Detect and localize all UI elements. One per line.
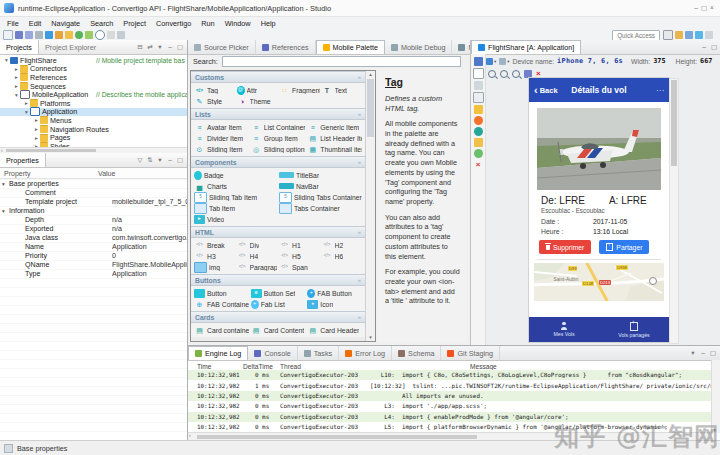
palette-section-header[interactable]: HTML «	[191, 226, 365, 238]
tree-item[interactable]: ▸ Pages	[0, 133, 187, 142]
property-row[interactable]: Name Application	[0, 242, 187, 251]
palette-item[interactable]: Divider Item	[194, 133, 249, 143]
device-name-value[interactable]: iPhone 7, 6, 6s	[557, 57, 623, 65]
sort-icon[interactable]	[146, 157, 154, 164]
property-row[interactable]: Depth n/a	[0, 215, 187, 224]
editor-area-icon[interactable]	[663, 30, 673, 40]
property-value[interactable]: com.twinsoft.convertigo.beans...	[112, 234, 187, 242]
save-all-icon[interactable]	[25, 31, 33, 39]
phone-tab[interactable]: Vols partagés	[599, 317, 669, 342]
palette-item[interactable]: Sliding options	[251, 144, 306, 154]
stop-icon[interactable]	[107, 31, 115, 39]
copy-icon[interactable]	[474, 81, 483, 90]
tree-item[interactable]: ▸ References	[0, 73, 187, 82]
menu-item[interactable]: Edit	[24, 19, 47, 28]
package-icon[interactable]	[474, 127, 483, 136]
maximize-icon[interactable]	[710, 44, 718, 51]
log-tab[interactable]: Tasks	[298, 346, 339, 360]
palette-item[interactable]: List Container	[251, 122, 306, 132]
minimize-icon[interactable]	[692, 5, 700, 12]
palette-item[interactable]: H2	[322, 240, 363, 250]
menu-item[interactable]: Navigate	[46, 19, 85, 28]
height-value[interactable]: 667	[700, 57, 712, 65]
maximize-icon[interactable]	[176, 44, 184, 51]
minimize-icon[interactable]	[166, 157, 174, 164]
column-header[interactable]: Time	[188, 363, 243, 370]
log-row[interactable]: 10:12:32,981 0 ms ConvertigoExecutor-203…	[188, 370, 712, 380]
palette-section-header[interactable]: Buttons «	[191, 274, 365, 286]
print-icon[interactable]	[35, 31, 43, 39]
more-icon[interactable]: ⋯	[656, 86, 664, 95]
scroll-down-icon[interactable]: ▾	[714, 427, 717, 433]
view-tab[interactable]: Project Explorer	[39, 40, 102, 54]
debug-icon[interactable]	[85, 31, 93, 39]
undo-icon[interactable]	[474, 149, 483, 158]
palette-item[interactable]: H3	[194, 251, 235, 261]
menu-item[interactable]: File	[2, 19, 24, 28]
device-menu-icon[interactable]: ▾	[486, 58, 496, 65]
menu-item[interactable]: Window	[220, 19, 256, 28]
zoom-out-icon[interactable]	[488, 70, 496, 78]
palette-item[interactable]: Group Item	[251, 133, 306, 143]
view-menu-icon[interactable]	[156, 44, 164, 51]
palette-item[interactable]: Tag	[194, 85, 235, 95]
editor-tab[interactable]: Mobile Debug	[385, 40, 452, 54]
scroll-up-icon[interactable]: ▴	[366, 71, 375, 78]
scroll-left-icon[interactable]: ‹	[188, 432, 191, 438]
palette-item[interactable]: Theme	[237, 96, 278, 106]
palette-item[interactable]: Tab Item	[194, 203, 277, 213]
save-icon[interactable]	[524, 70, 532, 78]
expander-icon[interactable]: ▸	[13, 83, 20, 89]
view-tab[interactable]: Properties	[0, 153, 46, 167]
expander-icon[interactable]: ▸	[33, 117, 40, 123]
palette-item[interactable]: Div	[237, 240, 278, 250]
log-row[interactable]: 10:12:32,982 1 ms ConvertigoExecutor-203…	[188, 380, 712, 390]
tree-item[interactable]: ▸ Menus	[0, 116, 187, 125]
section-collapse-icon[interactable]: «	[358, 74, 361, 80]
zoom-in-icon[interactable]	[500, 70, 508, 78]
property-row[interactable]: Template project mobilebuilder_tpl_7_5_0	[0, 197, 187, 206]
collapse-all-icon[interactable]	[136, 44, 144, 51]
expander-icon[interactable]: ▾	[23, 109, 30, 115]
palette-item[interactable]: Charts	[194, 181, 277, 191]
width-value[interactable]: 375	[653, 57, 665, 65]
folder-icon[interactable]	[474, 105, 483, 114]
tree-item[interactable]: ▾ MobileApplication // Describes the mob…	[0, 90, 187, 99]
tree-item[interactable]: ▸ Connectors	[0, 65, 187, 74]
close-icon[interactable]	[536, 69, 541, 78]
log-row[interactable]: 10:12:32,982 0 ms ConvertigoExecutor-203…	[188, 391, 712, 401]
palette-item[interactable]: Style	[194, 96, 235, 106]
expander-icon[interactable]: ▸	[23, 100, 30, 106]
palette-item[interactable]: Generic Item	[307, 122, 362, 132]
expander-icon[interactable]: ▸	[13, 66, 20, 72]
property-row[interactable]: ▾Base properties	[0, 179, 187, 188]
palette-item[interactable]: Attr	[237, 85, 278, 95]
menu-item[interactable]: Convertigo	[151, 19, 196, 28]
palette-item[interactable]: Fragment	[279, 85, 320, 95]
orientation-menu-icon[interactable]: ▾	[499, 58, 509, 65]
palette-item[interactable]: Sliding Tabs Container	[279, 192, 362, 202]
grid-icon[interactable]	[474, 57, 483, 66]
log-tab[interactable]: Error Log	[339, 346, 392, 360]
property-row[interactable]: Java class com.twinsoft.convertigo.beans…	[0, 233, 187, 242]
group-expander-icon[interactable]: ▾	[2, 181, 9, 187]
link-editor-icon[interactable]	[146, 44, 154, 51]
palette-scrollbar[interactable]: ▴ ▾	[365, 71, 375, 341]
quick-access-box[interactable]: Quick Access	[612, 30, 660, 41]
debug-perspective-icon[interactable]	[685, 31, 693, 39]
property-value[interactable]: FlightShare.MobileApplication...	[112, 261, 187, 269]
property-value[interactable]: mobilebuilder_tpl_7_5_0	[112, 198, 187, 206]
delete-flight-button[interactable]: Supprimer	[539, 240, 591, 254]
log-vscrollbar[interactable]: ▾	[711, 360, 720, 433]
minimize-icon[interactable]	[699, 350, 707, 357]
maximize-icon[interactable]	[176, 157, 184, 164]
menu-item[interactable]: Run	[196, 19, 219, 28]
preview-scrollbar[interactable]	[669, 78, 679, 344]
resource-perspective-icon[interactable]	[705, 31, 713, 39]
engine-icon[interactable]	[45, 31, 53, 39]
log-tab[interactable]: Engine Log	[188, 346, 248, 360]
palette-item[interactable]: H1	[279, 240, 320, 250]
save-icon[interactable]	[15, 31, 23, 39]
palette-item[interactable]: Card Content	[251, 325, 306, 335]
palette-item[interactable]: Paragraph	[237, 262, 278, 272]
